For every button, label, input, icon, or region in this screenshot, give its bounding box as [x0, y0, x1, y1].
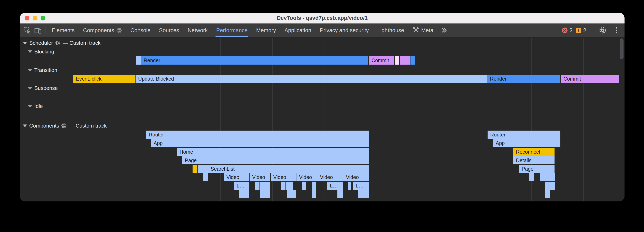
- flame-bar-l-[interactable]: L…: [353, 182, 369, 190]
- tab-privacy-and-security[interactable]: Privacy and security: [316, 23, 373, 37]
- flame-bar-page[interactable]: Page: [182, 156, 369, 164]
- flame-bar[interactable]: [410, 56, 415, 65]
- react-atom-icon: [55, 40, 61, 46]
- flame-bar-page[interactable]: Page: [519, 165, 554, 173]
- flame-bar-l-[interactable]: L…: [327, 182, 343, 190]
- inspect-icon[interactable]: [22, 25, 32, 36]
- flame-bar-video[interactable]: Video: [250, 173, 270, 181]
- tab-application[interactable]: Application: [280, 23, 316, 37]
- track-header-components[interactable]: Components— Custom track: [23, 122, 107, 129]
- flame-bar-searchlist[interactable]: SearchList: [208, 165, 369, 173]
- flame-bar[interactable]: [302, 182, 306, 190]
- track-header-scheduler[interactable]: Scheduler— Custom track: [23, 40, 100, 46]
- disclosure-triangle-icon[interactable]: [23, 42, 27, 44]
- flame-bar[interactable]: [192, 165, 198, 173]
- lane-label-blocking[interactable]: Blocking: [28, 48, 54, 55]
- flame-bar-video[interactable]: Video: [317, 173, 343, 181]
- flame-bar[interactable]: [545, 182, 550, 190]
- flame-bar-l-[interactable]: L…: [234, 182, 249, 190]
- device-toolbar-icon[interactable]: [32, 25, 43, 36]
- warning-icon: !: [576, 28, 581, 33]
- flame-bar[interactable]: [136, 56, 140, 65]
- flame-bar-app[interactable]: App: [151, 139, 369, 147]
- warning-count: 2: [583, 27, 586, 34]
- track-suffix: — Custom track: [63, 40, 100, 46]
- lane-label-suspense[interactable]: Suspense: [28, 85, 58, 91]
- error-icon: [562, 27, 568, 33]
- lane-title: Blocking: [34, 49, 54, 55]
- track-title: Components: [29, 123, 59, 129]
- tab-sources[interactable]: Sources: [155, 23, 184, 37]
- flame-bar-video[interactable]: Video: [343, 173, 369, 181]
- flame-bar[interactable]: [312, 182, 316, 190]
- tab-memory[interactable]: Memory: [252, 23, 280, 37]
- performance-timeline[interactable]: Scheduler— Custom trackBlockingTransitio…: [20, 38, 624, 201]
- flame-bar-router[interactable]: Router: [488, 130, 560, 139]
- flame-bar-video[interactable]: Video: [296, 173, 317, 181]
- warning-counter[interactable]: ! 2: [576, 27, 586, 34]
- tab-lighthouse[interactable]: Lighthouse: [373, 23, 408, 37]
- flame-bar-render[interactable]: Render: [141, 56, 368, 65]
- flame-bar[interactable]: [260, 190, 270, 198]
- flame-bar-commit[interactable]: Commit: [561, 75, 619, 83]
- flame-bar[interactable]: [400, 56, 410, 65]
- error-counter[interactable]: 2: [562, 27, 572, 34]
- flame-bar-app[interactable]: App: [493, 139, 560, 147]
- menu-kebab-icon[interactable]: [611, 25, 622, 36]
- flame-bar[interactable]: [286, 182, 293, 190]
- track-separator: [20, 120, 619, 120]
- flame-bar[interactable]: [280, 182, 286, 190]
- lane-label-transition[interactable]: Transition: [28, 67, 57, 73]
- flame-bar[interactable]: [395, 56, 399, 65]
- flame-bar[interactable]: [260, 182, 270, 190]
- flame-bar[interactable]: [348, 182, 351, 190]
- flame-bar-render[interactable]: Render: [487, 75, 560, 83]
- tab-label: Console: [130, 27, 150, 34]
- flame-bar[interactable]: [312, 190, 316, 198]
- flame-bar[interactable]: [550, 173, 555, 181]
- flame-bar-event-click[interactable]: Event: click: [73, 75, 135, 83]
- disclosure-triangle-icon[interactable]: [28, 69, 32, 71]
- flame-bar[interactable]: [239, 190, 249, 198]
- flame-bar[interactable]: [338, 190, 343, 198]
- flame-bar[interactable]: [358, 190, 369, 198]
- flame-bar[interactable]: [529, 173, 534, 181]
- lane-title: Idle: [34, 103, 43, 109]
- disclosure-triangle-icon[interactable]: [28, 50, 32, 53]
- toolbar-divider: [592, 27, 592, 34]
- flame-bar-details[interactable]: Details: [513, 156, 554, 164]
- tab-console[interactable]: Console: [126, 23, 155, 37]
- tab-meta[interactable]: Meta: [408, 23, 438, 37]
- more-tabs-icon[interactable]: [439, 25, 450, 36]
- tab-network[interactable]: Network: [184, 23, 212, 37]
- disclosure-triangle-icon[interactable]: [28, 87, 32, 90]
- settings-gear-icon[interactable]: [597, 25, 608, 36]
- flame-bar-video[interactable]: Video: [271, 173, 296, 181]
- error-count: 2: [569, 27, 572, 34]
- flame-bar-reconnect[interactable]: Reconnect: [513, 148, 554, 156]
- tab-elements[interactable]: Elements: [48, 23, 79, 37]
- tab-components[interactable]: Components: [79, 23, 126, 37]
- flame-bar-update-blocked[interactable]: Update Blocked: [136, 75, 487, 83]
- flame-bar[interactable]: [540, 173, 550, 181]
- lane-label-idle[interactable]: Idle: [28, 103, 43, 109]
- flame-bar-router[interactable]: Router: [146, 130, 369, 139]
- flame-bar[interactable]: [287, 190, 296, 198]
- lane-title: Suspense: [34, 85, 58, 91]
- flame-bar[interactable]: [545, 190, 550, 198]
- flame-bar[interactable]: [255, 182, 259, 190]
- flame-bar[interactable]: [203, 173, 208, 181]
- disclosure-triangle-icon[interactable]: [28, 105, 32, 108]
- flame-bar-commit[interactable]: Commit: [369, 56, 394, 65]
- flame-bar-video[interactable]: Video: [224, 173, 249, 181]
- track-title: Scheduler: [29, 40, 53, 46]
- tab-performance[interactable]: Performance: [212, 23, 252, 37]
- lane-title: Transition: [34, 67, 57, 73]
- scrollbar-thumb[interactable]: [620, 38, 624, 59]
- flame-bar-home[interactable]: Home: [177, 148, 369, 156]
- devtools-toolbar: ElementsComponentsConsoleSourcesNetworkP…: [20, 23, 624, 37]
- tab-label: Sources: [159, 27, 179, 34]
- disclosure-triangle-icon[interactable]: [23, 124, 27, 127]
- flame-bar[interactable]: [198, 165, 208, 173]
- flame-bar[interactable]: [550, 182, 555, 190]
